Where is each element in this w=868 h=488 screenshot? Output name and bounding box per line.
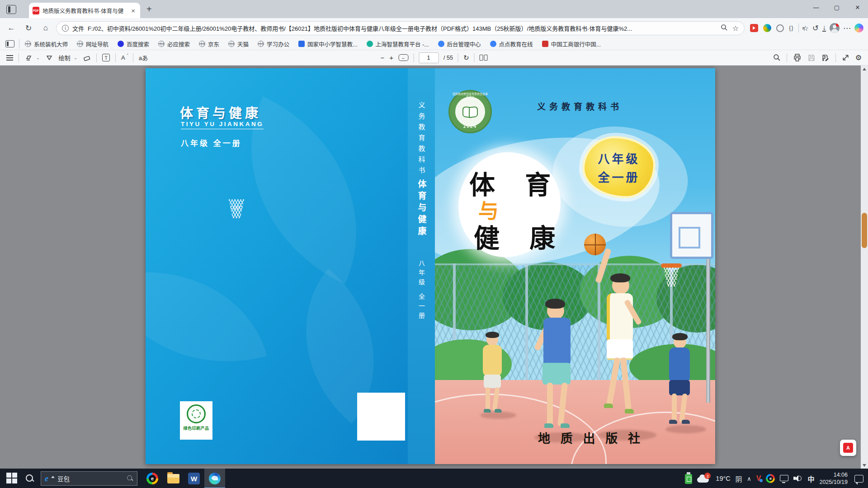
sidebar-toggle-icon[interactable] — [5, 40, 14, 47]
copilot-icon[interactable] — [854, 23, 863, 33]
scrollbar-thumb[interactable] — [862, 213, 867, 248]
network-icon[interactable] — [780, 475, 788, 481]
app-360-browser[interactable]: e — [142, 469, 163, 488]
maximize-button[interactable]: ▢ — [826, 0, 847, 14]
grade-line1: 八年级 — [598, 150, 640, 166]
zoom-out-icon[interactable]: − — [381, 54, 385, 61]
active-tab[interactable]: PDF 地质版义务教育教科书·体育与健 × — [29, 3, 140, 18]
usb-device-icon[interactable] — [685, 474, 692, 484]
acrobat-button[interactable]: A — [840, 440, 856, 456]
zoom-in-icon[interactable]: + — [389, 54, 393, 61]
zoom-page-icon[interactable] — [721, 24, 728, 31]
hidden-icons-chevron[interactable]: ∧ — [747, 475, 751, 482]
page-number-input[interactable] — [419, 52, 439, 63]
action-center-icon[interactable] — [854, 475, 863, 483]
page-info-icon[interactable]: i — [62, 25, 69, 32]
minimize-button[interactable]: — — [806, 0, 826, 14]
bookmark-item[interactable]: 系统装机大师 — [21, 38, 71, 50]
favorite-star-icon[interactable]: ☆ — [732, 24, 739, 33]
bing-extension-icon[interactable] — [763, 24, 771, 32]
pdf-file-icon: PDF — [33, 7, 39, 14]
bookmark-item[interactable]: 后台管理中心 — [434, 38, 485, 50]
save-as-icon[interactable] — [821, 54, 830, 62]
scroll-up-icon[interactable] — [861, 66, 868, 72]
bookmark-item[interactable]: 京东 — [195, 38, 223, 50]
extension-braces-icon[interactable]: { } — [789, 25, 793, 31]
start-button[interactable] — [6, 473, 18, 484]
home-icon[interactable]: ⌂ — [39, 21, 52, 35]
tab-close-icon[interactable]: × — [130, 7, 137, 14]
app-file-explorer[interactable] — [163, 469, 184, 488]
draw-label[interactable]: 绘制 — [59, 53, 71, 62]
fullscreen-icon[interactable] — [842, 54, 849, 61]
draw-icon[interactable] — [45, 54, 53, 62]
bookmark-item[interactable]: 必应搜索 — [155, 38, 193, 50]
taskbar-search-text[interactable]: 豆包 — [57, 474, 124, 483]
volume-icon[interactable] — [793, 474, 802, 483]
search-document-icon[interactable] — [773, 54, 781, 61]
taskbar-search-icon[interactable] — [25, 474, 34, 483]
weather-badge: 2 — [704, 473, 711, 479]
highlighter-icon[interactable] — [24, 54, 33, 62]
bookmark-item[interactable]: 百度搜索 — [114, 38, 153, 50]
divider — [133, 53, 133, 62]
vertical-scrollbar[interactable] — [861, 66, 868, 469]
divider — [458, 53, 458, 62]
tab-actions-icon[interactable] — [6, 5, 16, 14]
bookmark-item[interactable]: 天猫 — [225, 38, 252, 50]
chevron-down-icon[interactable]: ⌄ — [74, 56, 78, 60]
translate-icon[interactable]: aあ — [139, 53, 148, 62]
bookmark-item[interactable]: 点点教育在线 — [486, 38, 537, 50]
scroll-down-icon[interactable] — [861, 462, 868, 469]
spine-title: 体育与健康 — [415, 179, 428, 238]
app-edge-active[interactable] — [204, 469, 225, 488]
extension-red-icon[interactable] — [750, 24, 758, 32]
bookmark-item[interactable]: 中国工商银行中国... — [538, 38, 604, 50]
badge-year: 2024 — [450, 124, 491, 129]
chevron-down-icon[interactable]: ⌄ — [36, 56, 40, 60]
clock[interactable]: 14:06 2025/10/19 — [819, 471, 848, 486]
front-series-title: 义务教育教科书 — [537, 100, 623, 112]
globe-icon — [158, 41, 165, 47]
back-icon[interactable]: ← — [5, 21, 18, 35]
bookmark-label: 必应搜索 — [167, 40, 190, 48]
new-tab-button[interactable]: + — [146, 4, 152, 14]
profile-avatar[interactable] — [830, 23, 840, 33]
read-aloud-icon[interactable]: A — [121, 54, 127, 61]
tray-360-icon[interactable]: e — [766, 474, 775, 483]
taskbar-search-box[interactable]: e 豆包 — [41, 471, 137, 486]
rotate-icon[interactable]: ↻ — [463, 54, 469, 62]
bookmark-item[interactable]: 国家中小学智慧教... — [295, 38, 361, 50]
address-url[interactable]: F:/02、初中资料/26001%20初中二年级上册/26001%20电子教材、… — [88, 24, 717, 33]
downloads-icon[interactable]: ↓ — [822, 24, 826, 32]
settings-gear-icon[interactable]: ⚙ — [855, 53, 862, 62]
favorites-bar-icon[interactable]: ≡☆ — [802, 24, 809, 33]
history-icon[interactable]: ↺ — [812, 23, 819, 33]
tray-app-red-icon[interactable]: V — [756, 474, 761, 483]
eraser-icon[interactable] — [83, 54, 91, 62]
extension-ring-icon[interactable] — [776, 24, 784, 32]
bookmark-item[interactable]: 学习办公 — [254, 38, 293, 50]
app-word[interactable]: W — [184, 469, 204, 488]
address-bar[interactable]: i 文件 F:/02、初中资料/26001%20初中二年级上册/26001%20… — [56, 21, 745, 35]
close-button[interactable]: ✕ — [847, 0, 868, 14]
word-icon: W — [188, 473, 200, 484]
bookmark-item[interactable]: 上海智慧教育平台 -... — [363, 38, 433, 50]
bookmark-label: 京东 — [208, 40, 219, 48]
spine-series: 义务教育教科书 — [417, 102, 426, 178]
refresh-icon[interactable]: ↻ — [22, 21, 35, 35]
bookmark-item[interactable]: 网址导航 — [73, 38, 112, 50]
weather-condition[interactable]: 阴 — [736, 474, 742, 483]
print-icon[interactable] — [793, 53, 802, 62]
more-menu-icon[interactable]: ⋯ — [843, 23, 851, 33]
add-text-icon[interactable]: T — [102, 54, 110, 61]
bookmark-label: 国家中小学智慧教... — [307, 40, 357, 48]
fit-width-icon[interactable]: ↔ — [398, 54, 408, 61]
bookmark-label: 上海智慧教育平台 -... — [376, 40, 429, 48]
book-front-cover: 国家教材委员会专家委员会审核通过 2024 义务教育教科书 — [435, 68, 715, 464]
weather-cloud-icon[interactable]: 2 — [697, 474, 711, 483]
tray-time: 14:06 — [819, 471, 848, 479]
ime-indicator[interactable]: 中 — [807, 474, 814, 483]
weather-temp[interactable]: 19°C — [716, 475, 730, 482]
page-view-icon[interactable] — [479, 55, 487, 61]
